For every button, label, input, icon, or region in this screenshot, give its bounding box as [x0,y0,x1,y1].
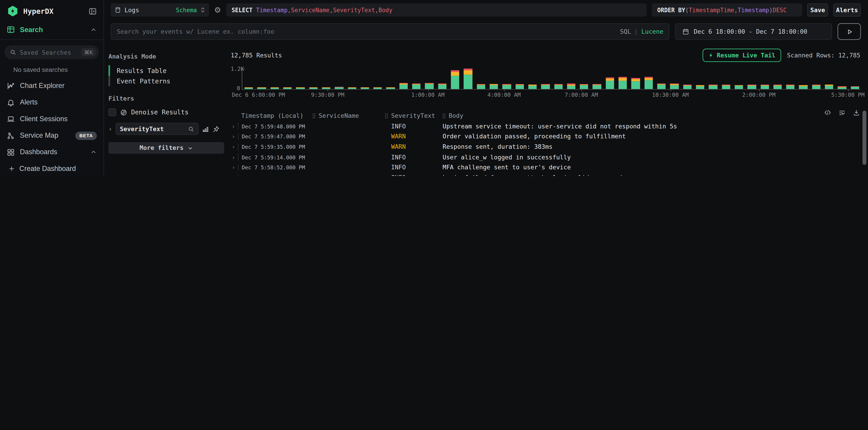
sidebar-item-alerts[interactable]: Alerts [0,94,103,110]
histogram-bar[interactable] [850,86,859,89]
chevron-up-icon[interactable] [90,149,97,155]
histogram-bar[interactable] [490,84,498,89]
drag-handle-icon[interactable] [442,112,446,119]
chevron-right-icon[interactable]: › [108,125,112,132]
histogram-bar[interactable] [335,87,343,89]
histogram-bar[interactable] [799,85,807,89]
histogram-bar[interactable] [567,84,575,89]
pin-icon[interactable] [212,125,219,132]
histogram-bar[interactable] [696,85,704,89]
alerts-button[interactable]: Alerts [833,3,861,17]
chevron-up-icon[interactable] [90,26,97,33]
denoise-results-toggle[interactable]: Denoise Results [108,108,224,116]
select-query-input[interactable]: SELECT Timestamp,ServiceName,SeverityTex… [226,3,647,17]
sidebar-item-client-sessions[interactable]: Client Sessions [0,110,103,127]
histogram-bar[interactable] [309,87,317,89]
histogram-bar[interactable] [451,70,459,89]
collapse-sidebar-icon[interactable] [88,7,97,15]
histogram-bar[interactable] [786,85,795,89]
histogram-bar[interactable] [516,84,524,89]
table-row[interactable]: ›Dec 7 5:59:48.000 PMINFOUpstream servic… [231,121,868,132]
histogram-bar[interactable] [593,84,601,89]
histogram-bar[interactable] [477,84,485,89]
table-row[interactable]: ›Dec 7 5:58:52.000 PMINFOMFA challenge s… [231,162,868,173]
sidebar-item-chart-explorer[interactable]: Chart Explorer [0,77,103,94]
time-range-picker[interactable]: Dec 6 18:00:00 - Dec 7 18:00:00 [675,23,832,40]
row-expand-chevron-icon[interactable]: › [232,154,238,160]
histogram-bar[interactable] [644,77,653,89]
row-expand-chevron-icon[interactable]: › [232,134,238,140]
row-expand-chevron-icon[interactable]: › [232,164,238,170]
histogram-bar[interactable] [348,87,356,89]
column-header-servicename[interactable]: ServiceName [312,112,384,119]
row-expand-chevron-icon[interactable]: › [232,175,238,176]
histogram-bar[interactable] [373,87,382,89]
histogram-bar[interactable] [812,85,820,89]
run-query-button[interactable] [838,23,861,40]
histogram-bar[interactable] [283,87,291,89]
saved-searches-input[interactable]: Saved Searches ⌘K [4,45,99,59]
gear-icon[interactable]: ⚙ [214,5,221,14]
lucene-toggle[interactable]: Lucene [641,28,663,35]
histogram-bar[interactable] [722,85,730,89]
histogram-bar[interactable] [425,83,434,89]
sidebar-item-dashboards[interactable]: Dashboards [0,144,103,160]
histogram-bar[interactable] [528,84,537,89]
resume-live-tail-button[interactable]: Resume Live Tail [703,48,781,62]
source-select[interactable]: Logs Schema [111,3,209,17]
histogram-bar[interactable] [386,87,395,89]
histogram-bar[interactable] [657,84,665,89]
table-row[interactable]: ›Dec 7 5:58:23.000 PMINFOLogin failed fo… [231,173,868,176]
create-dashboard-button[interactable]: Create Dashboard [0,160,103,175]
histogram-bar[interactable] [670,84,679,89]
histogram-bar[interactable] [438,84,446,89]
histogram-bar[interactable] [399,83,408,89]
histogram-bar[interactable] [580,84,588,89]
histogram-bar[interactable] [631,78,640,89]
histogram-bar[interactable] [412,84,421,89]
histogram-bar[interactable] [683,85,691,89]
histogram-bar[interactable] [838,86,846,89]
table-row[interactable]: ›Dec 7 5:59:35.000 PMWARNResponse sent, … [231,142,868,152]
mode-results-table[interactable]: Results Table [108,65,224,76]
denoise-checkbox[interactable] [108,108,116,116]
download-icon[interactable] [852,109,860,116]
order-by-input[interactable]: ORDER BY (TimestampTime, Timestamp) DESC [652,3,802,17]
row-expand-chevron-icon[interactable]: › [232,123,238,129]
drag-handle-icon[interactable] [384,112,388,119]
histogram-bar[interactable] [464,69,472,89]
histogram-plot[interactable]: 1.2K 0 [242,68,860,90]
histogram-bar[interactable] [541,84,550,89]
sidebar-item-search[interactable]: Search [0,21,103,40]
mode-event-patterns[interactable]: Event Patterns [108,76,224,86]
histogram-bar[interactable] [361,87,369,89]
code-view-icon[interactable] [824,109,831,116]
histogram-bar[interactable] [606,77,614,89]
more-filters-button[interactable]: More filters [108,142,224,154]
table-row[interactable]: ›Dec 7 5:59:47.000 PMWARNOrder validatio… [231,131,868,142]
column-header-timestamp[interactable]: Timestamp (Local) [241,112,312,119]
histogram-bar[interactable] [322,87,330,89]
drag-handle-icon[interactable] [312,112,316,119]
histogram-bar[interactable] [245,87,253,89]
histogram-bar[interactable] [735,85,743,89]
histogram-bar[interactable] [296,87,304,89]
column-header-severitytext[interactable]: SeverityText [384,112,442,119]
bar-chart-icon[interactable] [202,125,209,132]
histogram-bar[interactable] [619,77,627,89]
column-header-body[interactable]: Body [442,112,860,119]
table-row[interactable]: ›Dec 7 5:59:14.000 PMINFOUser alice_w lo… [231,152,868,162]
histogram-bar[interactable] [709,85,717,89]
vertical-scrollbar[interactable] [863,110,866,165]
histogram-bar[interactable] [747,85,756,89]
sql-toggle[interactable]: SQL [620,28,631,35]
histogram-bar[interactable] [257,87,266,89]
event-search-input[interactable]: Search your events w/ Lucene ex. column:… [111,23,670,40]
sidebar-item-service-map[interactable]: Service Map BETA [0,127,103,144]
histogram-bar[interactable] [554,84,562,89]
wrap-lines-icon[interactable] [838,109,846,116]
save-button[interactable]: Save [807,3,828,17]
histogram-bar[interactable] [502,84,511,89]
histogram-bar[interactable] [270,87,279,89]
histogram-bar[interactable] [825,84,833,89]
